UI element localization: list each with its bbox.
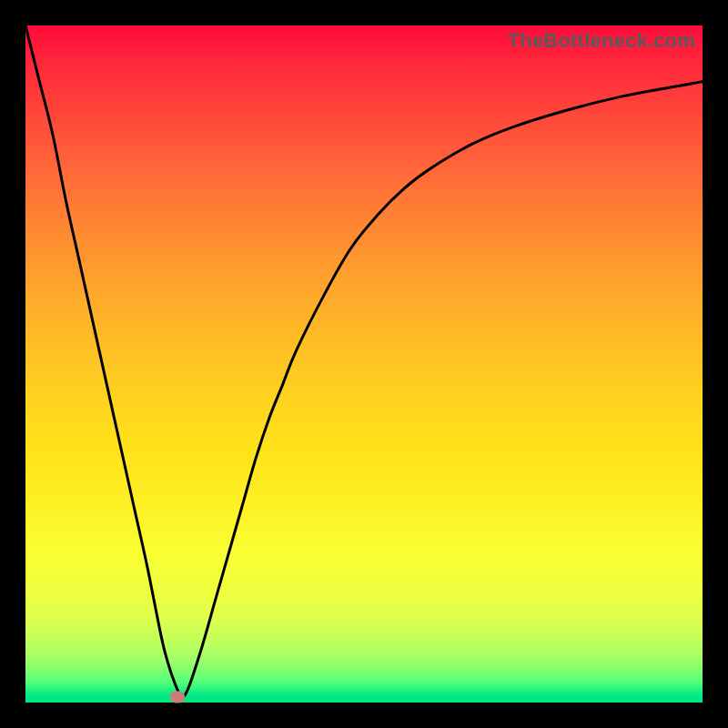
chart-frame: TheBottleneck.com [0, 0, 728, 728]
optimal-marker-icon [170, 692, 185, 703]
plot-area: TheBottleneck.com [25, 25, 703, 703]
bottleneck-curve [25, 25, 703, 703]
